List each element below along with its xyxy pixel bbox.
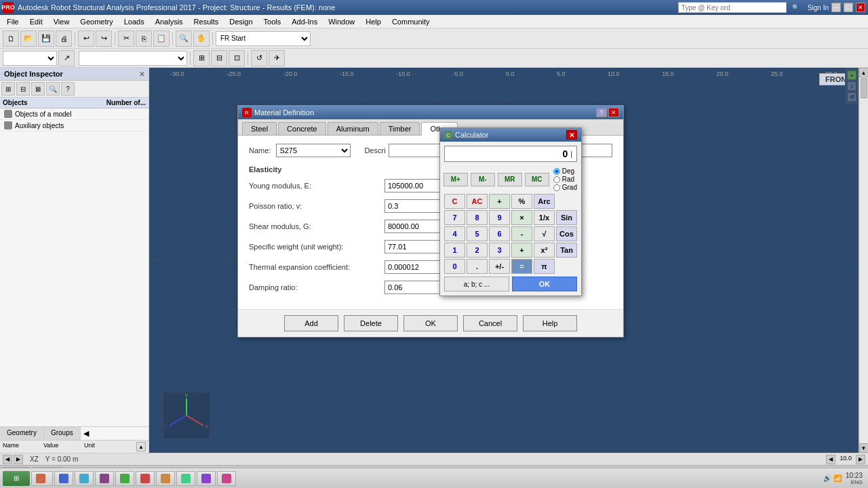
tab-groups[interactable]: Groups bbox=[44, 427, 81, 440]
nav-right-btn[interactable]: ▶ bbox=[14, 455, 23, 464]
help-material-button[interactable]: Help bbox=[523, 315, 577, 331]
panel-btn2[interactable]: ⊟ bbox=[16, 82, 30, 96]
panel-btn1[interactable]: ⊞ bbox=[1, 82, 15, 96]
cut-btn[interactable]: ✂ bbox=[118, 30, 134, 47]
scroll-track[interactable] bbox=[860, 77, 868, 443]
taskbar-app5[interactable] bbox=[115, 471, 134, 486]
grad-radio-label[interactable]: Grad bbox=[553, 184, 577, 191]
pan-btn[interactable]: ✋ bbox=[193, 30, 210, 47]
btn-tan[interactable]: Tan bbox=[556, 243, 577, 258]
view-btn3[interactable]: ⊡ bbox=[229, 50, 245, 66]
btn-all-clear[interactable]: AC bbox=[467, 194, 488, 209]
nav-left-btn[interactable]: ◀ bbox=[3, 455, 12, 464]
close-app-button[interactable]: ✕ bbox=[856, 3, 865, 12]
rotate-btn[interactable]: ↺ bbox=[251, 50, 267, 66]
ok-material-button[interactable]: OK bbox=[403, 315, 458, 331]
grad-radio[interactable] bbox=[553, 184, 560, 191]
paste-btn[interactable]: 📋 bbox=[153, 30, 170, 47]
scroll-thumb[interactable] bbox=[861, 78, 867, 98]
taskbar-app9[interactable] bbox=[197, 471, 216, 486]
panel-collapse-btn[interactable]: ▲ bbox=[136, 442, 146, 451]
btn-decimal[interactable]: . bbox=[467, 259, 488, 274]
scroll-down-btn[interactable]: ▼ bbox=[859, 443, 869, 453]
deg-radio[interactable] bbox=[553, 168, 560, 175]
menu-design[interactable]: Design bbox=[224, 16, 258, 27]
rot-icon-btn[interactable]: ↺ bbox=[847, 92, 856, 102]
btn-0[interactable]: 0 bbox=[444, 259, 465, 274]
open-btn[interactable]: 📂 bbox=[20, 30, 37, 47]
tab-timber[interactable]: Timber bbox=[380, 122, 420, 135]
btn-reciprocal[interactable]: 1/x bbox=[534, 210, 555, 225]
btn-pi[interactable]: π bbox=[534, 259, 555, 274]
move-btn[interactable]: ✈ bbox=[269, 50, 285, 66]
menu-loads[interactable]: Loads bbox=[119, 16, 150, 27]
btn-clear[interactable]: C bbox=[444, 194, 465, 209]
btn-7[interactable]: 7 bbox=[444, 210, 465, 225]
btn-9[interactable]: 9 bbox=[489, 210, 510, 225]
btn-square[interactable]: x² bbox=[534, 243, 555, 258]
material-help-button[interactable]: ? bbox=[596, 108, 607, 117]
mem-recall-btn[interactable]: MR bbox=[498, 173, 522, 186]
btn-6[interactable]: 6 bbox=[489, 226, 510, 241]
new-btn[interactable]: 🗋 bbox=[3, 30, 19, 47]
panel-btn4[interactable]: 🔍 bbox=[46, 82, 60, 96]
taskbar-app2[interactable] bbox=[54, 471, 73, 486]
menu-analysis[interactable]: Analysis bbox=[150, 16, 189, 27]
taskbar-app4[interactable] bbox=[95, 471, 114, 486]
btn-negate[interactable]: +/- bbox=[489, 259, 510, 274]
maximize-button[interactable]: □ bbox=[844, 3, 853, 12]
sign-in-btn[interactable]: Sign In bbox=[808, 4, 829, 12]
taskbar-app7[interactable] bbox=[156, 471, 175, 486]
object-select[interactable] bbox=[3, 51, 57, 66]
menu-geometry[interactable]: Geometry bbox=[75, 16, 118, 27]
list-item-model-objects[interactable]: Objects of a model bbox=[0, 108, 149, 120]
btn-4[interactable]: 4 bbox=[444, 226, 465, 241]
name-dropdown[interactable]: S275 bbox=[276, 144, 351, 157]
scroll-up-btn[interactable]: ▲ bbox=[859, 68, 869, 77]
redo-btn[interactable]: ↪ bbox=[96, 30, 112, 47]
btn-sin[interactable]: Sin bbox=[556, 210, 577, 225]
rad-radio-label[interactable]: Rad bbox=[553, 176, 577, 183]
right-scrollbar[interactable]: ▲ ▼ bbox=[859, 68, 868, 453]
menu-tools[interactable]: Tools bbox=[258, 16, 287, 27]
list-item-auxiliary-objects[interactable]: Auxiliary objects bbox=[0, 120, 149, 131]
mem-clear-btn[interactable]: MC bbox=[525, 173, 549, 186]
minimize-button[interactable]: — bbox=[831, 3, 841, 12]
taskbar-app1[interactable] bbox=[31, 471, 53, 486]
material-close-button[interactable]: ✕ bbox=[608, 108, 619, 117]
menu-addins[interactable]: Add-Ins bbox=[286, 16, 323, 27]
btn-add-row1[interactable]: + bbox=[489, 194, 510, 209]
menu-help[interactable]: Help bbox=[360, 16, 387, 27]
search-input[interactable] bbox=[678, 2, 787, 13]
taskbar-app6[interactable] bbox=[136, 471, 155, 486]
add-button[interactable]: Add bbox=[284, 315, 338, 331]
status-btn1[interactable]: ◀ bbox=[826, 455, 835, 464]
btn-multiply[interactable]: × bbox=[511, 210, 532, 225]
view-btn1[interactable]: ⊞ bbox=[193, 50, 210, 66]
btn-3[interactable]: 3 bbox=[489, 243, 510, 258]
undo-btn[interactable]: ↩ bbox=[78, 30, 94, 47]
menu-window[interactable]: Window bbox=[323, 16, 360, 27]
btn-subtract[interactable]: - bbox=[511, 226, 532, 241]
mode-select[interactable] bbox=[79, 51, 187, 66]
tab-geometry[interactable]: Geometry bbox=[0, 427, 44, 440]
deg-radio-label[interactable]: Deg bbox=[553, 167, 577, 175]
zoom-btn[interactable]: 🔍 bbox=[176, 30, 192, 47]
mem-plus-btn[interactable]: M+ bbox=[443, 173, 468, 186]
ok-calc-button[interactable]: OK bbox=[512, 277, 577, 291]
zoom-icon-btn[interactable]: + bbox=[847, 70, 856, 80]
select-btn[interactable]: ↗ bbox=[58, 50, 75, 66]
btn-2[interactable]: 2 bbox=[467, 243, 488, 258]
taskbar-app10[interactable] bbox=[217, 471, 236, 486]
copy-btn[interactable]: ⎘ bbox=[136, 30, 152, 47]
calc-close-button[interactable]: ✕ bbox=[566, 130, 577, 140]
btn-percent[interactable]: % bbox=[511, 194, 532, 209]
menu-view[interactable]: View bbox=[48, 16, 75, 27]
btn-cos[interactable]: Cos bbox=[556, 226, 577, 241]
panel-btn5[interactable]: ? bbox=[61, 82, 75, 96]
save-btn[interactable]: 💾 bbox=[38, 30, 54, 47]
mem-minus-btn[interactable]: M- bbox=[471, 173, 495, 186]
cancel-material-button[interactable]: Cancel bbox=[463, 315, 517, 331]
btn-arc[interactable]: Arc bbox=[534, 194, 555, 209]
delete-button[interactable]: Delete bbox=[344, 315, 398, 331]
